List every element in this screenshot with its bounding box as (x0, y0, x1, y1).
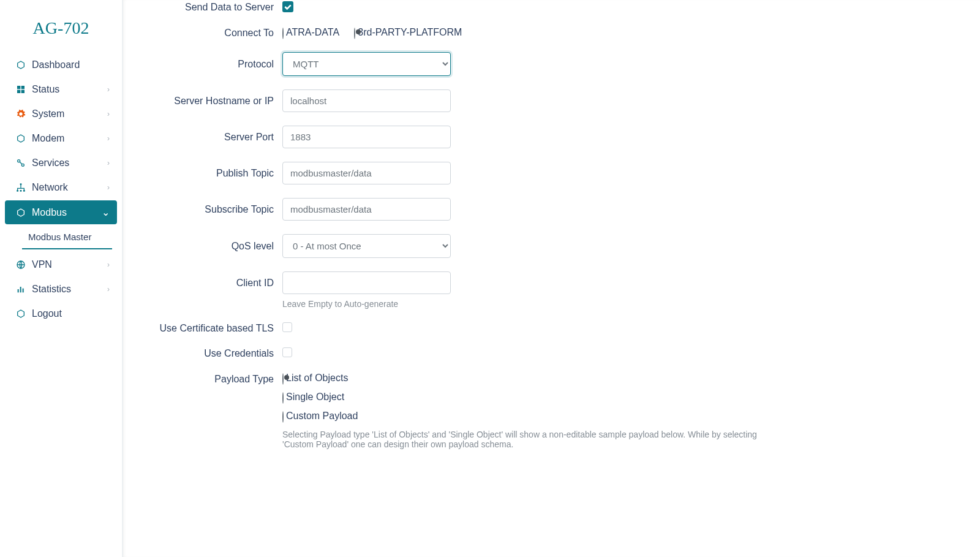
sidebar-item-label: Statistics (32, 284, 107, 295)
label-cred: Use Credentials (148, 348, 282, 359)
label-qos: QoS level (148, 241, 282, 252)
sitemap-icon (16, 183, 26, 192)
sidebar-item-statistics[interactable]: Statistics› (5, 278, 117, 301)
select-qos[interactable]: 0 - At most Once (282, 234, 451, 258)
svg-rect-3 (21, 90, 24, 93)
sidebar-subitem-modbus-master[interactable]: Modbus Master (22, 227, 112, 249)
chevron-right-icon: › (107, 85, 110, 94)
chevron-right-icon: › (107, 134, 110, 143)
row-qos: QoS level 0 - At most Once (148, 234, 956, 258)
checkbox-cred[interactable] (282, 347, 292, 357)
input-publish[interactable] (282, 162, 451, 184)
label-hostname: Server Hostname or IP (148, 96, 282, 107)
chevron-right-icon: › (107, 183, 110, 192)
sidebar-item-label: Services (32, 157, 107, 169)
sidebar-item-services[interactable]: Services› (5, 151, 117, 175)
bars-icon (16, 284, 26, 294)
sidebar-item-label: Dashboard (32, 59, 110, 70)
input-port[interactable] (282, 126, 451, 148)
sidebar: AG-702 DashboardStatus›System›Modem›Serv… (0, 0, 123, 557)
radio-custom-payload[interactable] (282, 411, 284, 423)
row-hostname: Server Hostname or IP (148, 89, 956, 112)
label-payload: Payload Type (148, 373, 282, 385)
row-tls: Use Certificate based TLS (148, 322, 956, 334)
chevron-right-icon: ⌄ (102, 207, 110, 218)
sidebar-item-modem[interactable]: Modem› (5, 127, 117, 150)
sidebar-item-vpn[interactable]: VPN› (5, 253, 117, 276)
checkbox-send-data[interactable] (282, 1, 293, 12)
sidebar-item-label: Status (32, 84, 107, 95)
sidebar-item-label: VPN (32, 259, 107, 270)
sidebar-item-system[interactable]: System› (5, 102, 117, 126)
row-publish: Publish Topic (148, 162, 956, 184)
input-hostname[interactable] (282, 89, 451, 112)
label-protocol: Protocol (148, 59, 282, 70)
sidebar-item-network[interactable]: Network› (5, 176, 117, 199)
checkbox-tls[interactable] (282, 322, 292, 332)
row-send-data: Send Data to Server (148, 1, 956, 13)
radio-label-atra-data[interactable]: ATRA-DATA (286, 27, 339, 37)
radio-single-object[interactable] (282, 392, 284, 404)
sidebar-item-label: Modem (32, 133, 107, 144)
radio-label-list-of-objects[interactable]: List of Objects (286, 373, 348, 383)
input-subscribe[interactable] (282, 198, 451, 221)
box-icon (16, 309, 26, 319)
svg-rect-7 (17, 190, 18, 192)
sidebar-item-label: Modbus (32, 207, 102, 218)
check-icon (283, 2, 293, 12)
grid-icon (16, 85, 26, 94)
box-icon (16, 60, 26, 70)
chevron-right-icon: › (107, 159, 110, 167)
box-icon (16, 134, 26, 143)
sidebar-item-status[interactable]: Status› (5, 78, 117, 101)
row-connect-to: Connect To ATRA-DATA 3rd-PARTY-PLATFORM (148, 27, 956, 39)
label-connect-to: Connect To (148, 28, 282, 39)
radio-atra-data[interactable] (282, 28, 284, 39)
select-protocol[interactable]: MQTT (282, 52, 451, 76)
radio-list-of-objects[interactable] (282, 373, 284, 385)
chevron-right-icon: › (107, 285, 110, 294)
help-payload: Selecting Payload type 'List of Objects'… (282, 430, 760, 449)
svg-rect-11 (18, 289, 19, 292)
sidebar-item-label: System (32, 108, 107, 119)
row-subscribe: Subscribe Topic (148, 198, 956, 221)
row-client-id-help: Leave Empty to Auto-generate (148, 295, 956, 309)
help-client-id: Leave Empty to Auto-generate (282, 299, 760, 309)
label-publish: Publish Topic (148, 168, 282, 179)
label-subscribe: Subscribe Topic (148, 204, 282, 215)
row-payload: Payload Type List of Objects Single Obje… (148, 373, 956, 449)
row-client-id: Client ID (148, 271, 956, 294)
svg-rect-6 (20, 183, 22, 185)
globe-icon (16, 260, 26, 270)
svg-rect-0 (17, 86, 20, 89)
link-icon (16, 158, 26, 168)
brand-title: AG-702 (0, 6, 122, 53)
svg-rect-8 (20, 190, 22, 192)
sidebar-item-logout[interactable]: Logout (5, 302, 117, 325)
radio-3rd-party[interactable] (354, 28, 355, 39)
svg-rect-1 (21, 86, 24, 89)
chevron-right-icon: › (107, 260, 110, 269)
input-client-id[interactable] (282, 271, 451, 294)
label-tls: Use Certificate based TLS (148, 323, 282, 334)
gear-icon (16, 109, 26, 119)
svg-rect-12 (20, 287, 21, 292)
row-port: Server Port (148, 126, 956, 148)
row-cred: Use Credentials (148, 347, 956, 359)
label-port: Server Port (148, 132, 282, 143)
label-client-id: Client ID (148, 278, 282, 289)
chevron-right-icon: › (107, 110, 110, 118)
radio-label-custom-payload[interactable]: Custom Payload (286, 411, 358, 421)
radio-label-single-object[interactable]: Single Object (286, 392, 344, 402)
sidebar-item-label: Logout (32, 308, 110, 319)
row-protocol: Protocol MQTT (148, 52, 956, 76)
svg-rect-9 (23, 190, 25, 192)
label-send-data: Send Data to Server (148, 2, 282, 13)
radio-label-3rd-party[interactable]: 3rd-PARTY-PLATFORM (358, 27, 462, 37)
main-content: Send Data to Server Connect To ATRA-DATA… (123, 0, 980, 557)
svg-rect-13 (23, 289, 24, 293)
sidebar-item-modbus[interactable]: Modbus⌄ (5, 200, 117, 224)
svg-rect-2 (17, 90, 20, 93)
box-icon (16, 208, 26, 218)
sidebar-item-dashboard[interactable]: Dashboard (5, 53, 117, 77)
